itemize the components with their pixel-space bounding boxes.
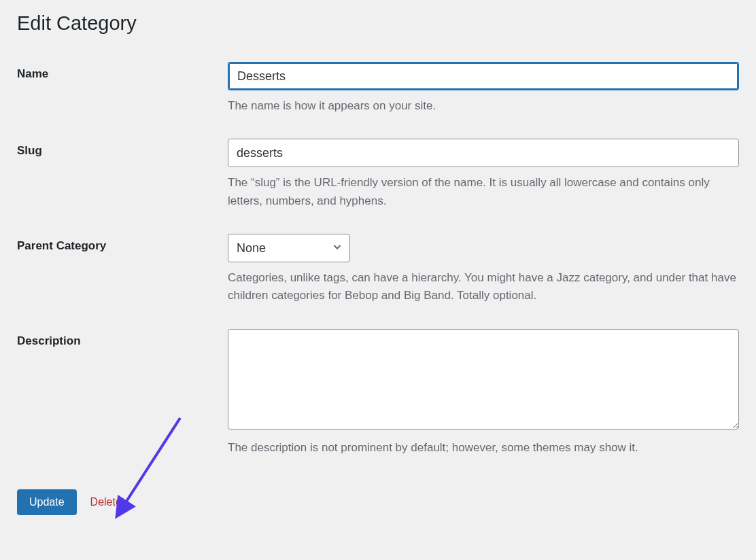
description-textarea[interactable] [228, 329, 739, 430]
form-row-name: Name The name is how it appears on your … [17, 62, 739, 115]
name-label: Name [17, 67, 48, 80]
parent-help-text: Categories, unlike tags, can have a hier… [228, 269, 739, 305]
form-row-description: Description The description is not promi… [17, 329, 739, 457]
slug-input[interactable] [228, 139, 739, 167]
update-button[interactable]: Update [17, 489, 77, 515]
delete-link[interactable]: Delete [90, 496, 122, 508]
parent-select[interactable]: None [228, 234, 350, 262]
name-input[interactable] [228, 62, 739, 90]
slug-label: Slug [17, 144, 42, 157]
action-bar: Update Delete [17, 489, 739, 515]
slug-help-text: The “slug” is the URL-friendly version o… [228, 174, 739, 210]
page-title: Edit Category [17, 12, 739, 35]
form-row-slug: Slug The “slug” is the URL-friendly vers… [17, 139, 739, 210]
parent-label: Parent Category [17, 239, 106, 252]
form-row-parent: Parent Category None Categories, unlike … [17, 234, 739, 305]
name-help-text: The name is how it appears on your site. [228, 97, 739, 115]
description-label: Description [17, 334, 81, 347]
description-help-text: The description is not prominent by defa… [228, 439, 739, 457]
